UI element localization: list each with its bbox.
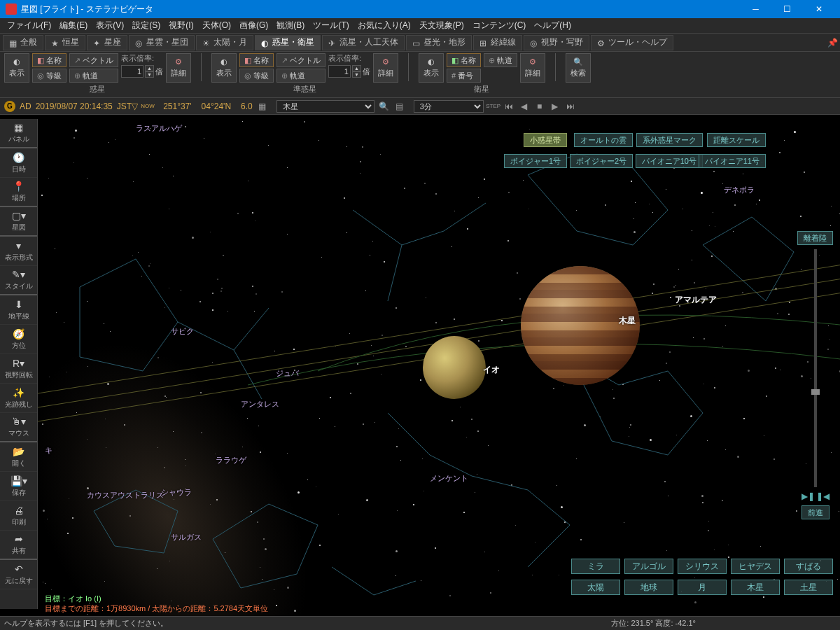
quick-mira[interactable]: ミラ bbox=[571, 559, 620, 574]
menu-observe[interactable]: 観測(B) bbox=[272, 20, 309, 31]
overlay-oort[interactable]: オールトの雲 bbox=[574, 133, 633, 147]
close-button[interactable]: ✕ bbox=[803, 0, 834, 18]
tab-fov[interactable]: ◎視野・写野 bbox=[524, 35, 589, 50]
forward-icon[interactable]: ❚◀ bbox=[816, 491, 830, 501]
datetime[interactable]: 2019/08/07 20:14:35 bbox=[36, 102, 113, 111]
dwarf-vector-button[interactable]: ↗ベクトル bbox=[276, 53, 326, 67]
planets-show-button[interactable]: ◐表示 bbox=[4, 53, 29, 83]
maximize-button[interactable]: ☐ bbox=[771, 0, 803, 18]
side-panel[interactable]: ▦パネル bbox=[0, 119, 37, 148]
tab-tools[interactable]: ⚙ツール・ヘルプ bbox=[591, 35, 673, 50]
overlay-scale[interactable]: 距離スケール bbox=[707, 133, 766, 147]
overlay-voyager2[interactable]: ボイジャー2号 bbox=[570, 154, 633, 168]
tab-nebulae[interactable]: ◎星雲・星団 bbox=[129, 35, 195, 50]
side-trails[interactable]: ✨光跡残し bbox=[0, 384, 37, 413]
dwarf-magrate-input[interactable] bbox=[328, 65, 351, 78]
first-button[interactable]: ⏮ bbox=[503, 101, 514, 112]
tab-planets[interactable]: ◐惑星・衛星 bbox=[255, 35, 321, 50]
side-style[interactable]: ✎▾スタイル bbox=[0, 266, 37, 295]
side-direction[interactable]: 🧭方位 bbox=[0, 325, 37, 354]
planets-detail-button[interactable]: ⚙詳細 bbox=[166, 53, 191, 83]
menu-object[interactable]: 天体(O) bbox=[198, 20, 235, 31]
menu-tools[interactable]: ツール(T) bbox=[309, 20, 353, 31]
side-open[interactable]: 📂開く bbox=[0, 442, 37, 472]
menu-help[interactable]: ヘルプ(H) bbox=[530, 20, 575, 31]
dwarf-show-button[interactable]: ◐表示 bbox=[211, 53, 237, 83]
io-moon[interactable] bbox=[423, 336, 486, 399]
dwarf-orbit-button[interactable]: ⊕軌道 bbox=[276, 69, 326, 83]
side-displaymode[interactable]: ▾表示形式 bbox=[0, 237, 37, 266]
now-button[interactable]: NOW bbox=[142, 101, 153, 112]
menu-content[interactable]: コンテンツ(C) bbox=[468, 20, 531, 31]
tab-grid[interactable]: ⊞経緯線 bbox=[473, 35, 522, 50]
tab-daylight[interactable]: ▭昼光・地形 bbox=[406, 35, 472, 50]
menu-file[interactable]: ファイル(F) bbox=[3, 20, 55, 31]
side-datetime[interactable]: 🕐日時 bbox=[0, 148, 37, 178]
quick-sun[interactable]: 太陽 bbox=[571, 580, 620, 595]
minimize-button[interactable]: ─ bbox=[740, 0, 771, 18]
overlay-exoplanet[interactable]: 系外惑星マーク bbox=[636, 133, 703, 147]
magrate-down2[interactable]: ▼ bbox=[352, 71, 361, 78]
moons-detail-button[interactable]: ⚙詳細 bbox=[520, 53, 545, 83]
overlay-pioneer11[interactable]: パイオニア11号 bbox=[699, 154, 766, 168]
tab-stars[interactable]: ★恒星 bbox=[45, 35, 85, 50]
planets-magrate-input[interactable] bbox=[121, 65, 144, 78]
menu-events[interactable]: 天文現象(P) bbox=[415, 20, 468, 31]
side-share[interactable]: ➦共有 bbox=[0, 531, 37, 560]
magrate-up2[interactable]: ▲ bbox=[352, 65, 361, 71]
planets-name-button[interactable]: ◧名称 bbox=[32, 53, 66, 67]
rewind-icon[interactable]: ▶❚ bbox=[802, 491, 815, 501]
timezone[interactable]: JST▽ bbox=[117, 102, 138, 111]
quick-saturn[interactable]: 土星 bbox=[784, 580, 833, 595]
tab-meteors[interactable]: ✈流星・人工天体 bbox=[322, 35, 405, 50]
overlay-asteroidbelt[interactable]: 小惑星帯 bbox=[524, 133, 567, 147]
prev-button[interactable]: ◀ bbox=[519, 101, 530, 112]
land-button[interactable]: 離着陸 bbox=[797, 231, 833, 245]
quick-moon[interactable]: 月 bbox=[678, 580, 727, 595]
list-icon[interactable]: ▤ bbox=[394, 101, 405, 112]
tab-sunmoon[interactable]: ☀太陽・月 bbox=[196, 35, 253, 50]
magrate-up[interactable]: ▲ bbox=[145, 65, 154, 71]
menu-fav[interactable]: お気に入り(A) bbox=[354, 20, 415, 31]
search-icon[interactable]: 🔍 bbox=[379, 101, 390, 112]
planets-orbit-button[interactable]: ⊕軌道 bbox=[69, 69, 118, 83]
next-button[interactable]: ▶ bbox=[550, 101, 561, 112]
quick-subaru[interactable]: すばる bbox=[784, 559, 833, 574]
dwarf-detail-button[interactable]: ⚙詳細 bbox=[373, 53, 398, 83]
altitude-slider[interactable] bbox=[814, 249, 817, 487]
grid-icon[interactable]: ▦ bbox=[257, 101, 268, 112]
planets-vector-button[interactable]: ↗ベクトル bbox=[69, 53, 118, 67]
tab-general[interactable]: ▦全般 bbox=[3, 35, 43, 50]
timestep-select[interactable]: 3分 bbox=[414, 100, 484, 113]
sky-view[interactable]: 木星 イオ アマルテア ラスアルハゲ サビク ジュバ アンタレス ララウゲ メン… bbox=[38, 119, 840, 616]
planets-mag-button[interactable]: ◎等級 bbox=[32, 69, 66, 83]
quick-jupiter[interactable]: 木星 bbox=[731, 580, 780, 595]
menu-settings[interactable]: 設定(S) bbox=[128, 20, 164, 31]
quick-hyades[interactable]: ヒヤデス bbox=[731, 559, 780, 574]
target-select[interactable]: 木星 bbox=[276, 100, 374, 113]
last-button[interactable]: ⏭ bbox=[565, 101, 576, 112]
moons-num-button[interactable]: #番号 bbox=[447, 69, 481, 83]
forward-button[interactable]: 前進 bbox=[802, 505, 830, 519]
side-location[interactable]: 📍場所 bbox=[0, 178, 37, 207]
quick-earth[interactable]: 地球 bbox=[624, 580, 673, 595]
menu-image[interactable]: 画像(G) bbox=[235, 20, 272, 31]
menu-view[interactable]: 表示(V) bbox=[92, 20, 128, 31]
overlay-voyager1[interactable]: ボイジャー1号 bbox=[504, 154, 567, 168]
pin-icon[interactable]: 📌 bbox=[827, 38, 837, 48]
dwarf-name-button[interactable]: ◧名称 bbox=[239, 53, 274, 67]
tab-constellations[interactable]: ✦星座 bbox=[87, 35, 127, 50]
side-undo[interactable]: ↶元に戻す bbox=[0, 560, 37, 589]
menu-edit[interactable]: 編集(E) bbox=[55, 20, 92, 31]
moons-name-button[interactable]: ◧名称 bbox=[447, 53, 481, 67]
side-print[interactable]: 🖨印刷 bbox=[0, 501, 37, 531]
menu-field[interactable]: 視野(I) bbox=[164, 20, 197, 31]
moons-show-button[interactable]: ◐表示 bbox=[419, 53, 444, 83]
side-starmap[interactable]: ▢▾星図 bbox=[0, 207, 37, 237]
magrate-down[interactable]: ▼ bbox=[145, 71, 154, 78]
era-icon[interactable]: G bbox=[4, 101, 15, 112]
dwarf-mag-button[interactable]: ◎等級 bbox=[239, 69, 274, 83]
quick-algol[interactable]: アルゴル bbox=[624, 559, 673, 574]
search-button[interactable]: 🔍検索 bbox=[566, 53, 591, 83]
side-mouse[interactable]: 🖱▾マウス bbox=[0, 413, 37, 442]
